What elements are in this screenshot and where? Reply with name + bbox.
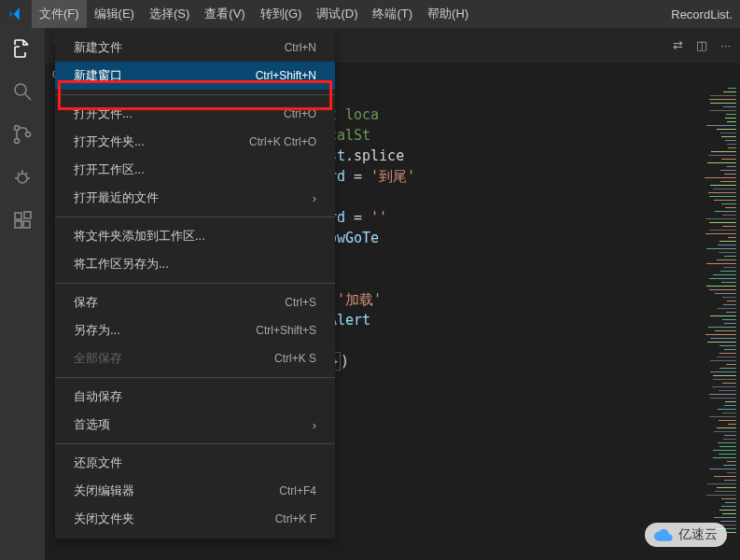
menu-item-11[interactable]: 保存Ctrl+S — [55, 288, 335, 316]
menu-item-label: 全部保存 — [74, 350, 122, 367]
menu-item-13: 全部保存Ctrl+K S — [55, 344, 335, 372]
title-bar: 文件(F)编辑(E)选择(S)查看(V)转到(G)调试(D)终端(T)帮助(H)… — [0, 0, 740, 28]
menu-shortcut: Ctrl+Shift+N — [256, 69, 316, 82]
menu-item-label: 新建文件 — [74, 39, 122, 56]
menu-item-label: 关闭编辑器 — [74, 483, 134, 499]
menu-shortcut: Ctrl+N — [285, 41, 316, 54]
menu-item-label: 将文件夹添加到工作区... — [74, 228, 205, 245]
menu-5[interactable]: 调试(D) — [309, 0, 365, 28]
svg-rect-12 — [15, 221, 21, 228]
tab-actions: ⇄ ◫ ··· — [663, 28, 740, 62]
file-menu-dropdown[interactable]: 新建文件Ctrl+N新建窗口Ctrl+Shift+N打开文件...Ctrl+O打… — [55, 28, 335, 539]
menu-item-6[interactable]: 打开最近的文件› — [55, 184, 335, 212]
menu-shortcut: Ctrl+K Ctrl+O — [249, 135, 316, 148]
svg-line-1 — [25, 94, 31, 100]
menu-item-9[interactable]: 将工作区另存为... — [55, 250, 335, 278]
menu-2[interactable]: 选择(S) — [142, 0, 197, 28]
menu-shortcut: Ctrl+K F — [275, 512, 316, 525]
menu-item-15[interactable]: 自动保存 — [55, 383, 335, 411]
menu-item-8[interactable]: 将文件夹添加到工作区... — [55, 222, 335, 250]
menu-item-5[interactable]: 打开工作区... — [55, 156, 335, 184]
svg-rect-11 — [15, 213, 21, 219]
menu-bar: 文件(F)编辑(E)选择(S)查看(V)转到(G)调试(D)终端(T)帮助(H) — [32, 0, 476, 28]
menu-item-16[interactable]: 首选项› — [55, 411, 335, 439]
activity-bar — [0, 28, 45, 560]
menu-separator — [55, 217, 335, 217]
menu-6[interactable]: 终端(T) — [365, 0, 420, 28]
compare-icon[interactable]: ⇄ — [673, 38, 683, 52]
menu-separator — [55, 283, 335, 284]
svg-rect-14 — [24, 212, 31, 218]
menu-item-4[interactable]: 打开文件夹...Ctrl+K Ctrl+O — [55, 128, 335, 156]
search-icon[interactable] — [9, 78, 35, 105]
menu-7[interactable]: 帮助(H) — [420, 0, 476, 28]
menu-item-label: 还原文件 — [74, 455, 122, 471]
menu-shortcut: Ctrl+F4 — [279, 484, 316, 497]
menu-item-label: 自动保存 — [74, 388, 122, 405]
menu-0[interactable]: 文件(F) — [32, 0, 87, 28]
menu-item-12[interactable]: 另存为...Ctrl+Shift+S — [55, 316, 335, 344]
menu-item-label: 另存为... — [74, 322, 120, 339]
submenu-arrow-icon: › — [313, 191, 316, 205]
menu-item-18[interactable]: 还原文件 — [55, 449, 335, 477]
menu-item-label: 打开工作区... — [74, 161, 145, 178]
watermark-text: 亿速云 — [678, 526, 718, 543]
menu-shortcut: Ctrl+O — [284, 107, 316, 120]
menu-4[interactable]: 转到(G) — [253, 0, 310, 28]
explorer-icon[interactable] — [9, 35, 35, 62]
svg-point-3 — [15, 139, 20, 144]
menu-separator — [55, 94, 335, 95]
window-title: RecordList. — [671, 7, 733, 21]
minimap[interactable] — [705, 84, 740, 560]
menu-item-label: 保存 — [74, 294, 98, 311]
menu-item-20[interactable]: 关闭文件夹Ctrl+K F — [55, 505, 335, 533]
menu-item-1[interactable]: 新建窗口Ctrl+Shift+N — [55, 62, 335, 90]
menu-separator — [55, 443, 335, 444]
svg-rect-13 — [23, 221, 30, 228]
menu-shortcut: Ctrl+Shift+S — [256, 324, 316, 337]
menu-item-label: 关闭文件夹 — [74, 511, 134, 527]
menu-item-label: 打开文件... — [74, 105, 133, 122]
menu-item-label: 首选项 — [74, 416, 110, 433]
split-editor-icon[interactable]: ◫ — [696, 38, 707, 52]
cloud-icon — [654, 528, 673, 541]
menu-item-label: 打开文件夹... — [74, 133, 145, 150]
source-control-icon[interactable] — [9, 121, 35, 147]
menu-1[interactable]: 编辑(E) — [87, 0, 142, 28]
menu-3[interactable]: 查看(V) — [197, 0, 252, 28]
app-icon — [7, 6, 24, 22]
menu-item-19[interactable]: 关闭编辑器Ctrl+F4 — [55, 477, 335, 505]
menu-item-label: 将工作区另存为... — [74, 256, 169, 273]
watermark: 亿速云 — [645, 523, 727, 547]
menu-separator — [55, 377, 335, 378]
menu-shortcut: Ctrl+S — [285, 296, 316, 309]
menu-item-3[interactable]: 打开文件...Ctrl+O — [55, 100, 335, 128]
svg-point-4 — [26, 133, 31, 137]
menu-item-0[interactable]: 新建文件Ctrl+N — [55, 34, 335, 62]
menu-item-label: 打开最近的文件 — [74, 189, 159, 206]
debug-icon[interactable] — [9, 164, 35, 190]
svg-line-10 — [25, 173, 27, 175]
more-icon[interactable]: ··· — [720, 38, 731, 52]
menu-shortcut: Ctrl+K S — [274, 352, 316, 365]
menu-item-label: 新建窗口 — [74, 67, 122, 84]
submenu-arrow-icon: › — [313, 418, 316, 432]
svg-point-0 — [15, 84, 26, 95]
svg-point-2 — [15, 126, 20, 131]
svg-line-9 — [18, 173, 20, 175]
extensions-icon[interactable] — [9, 207, 35, 233]
